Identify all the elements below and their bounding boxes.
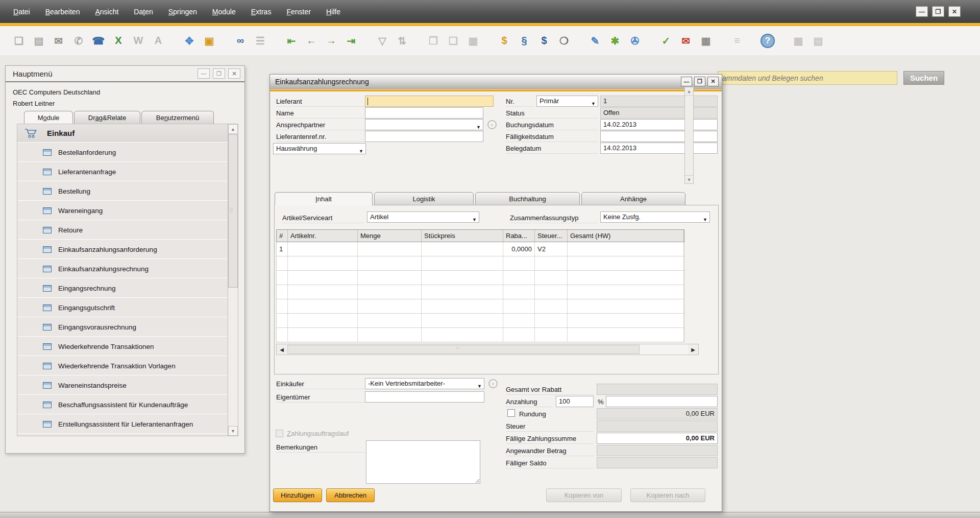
eigentuemer-field[interactable] [365, 391, 484, 403]
sort-icon[interactable]: ⇅ [395, 33, 410, 49]
cell[interactable] [358, 242, 422, 256]
scroll-down-icon[interactable]: ▼ [228, 426, 238, 436]
sidebar-item-einkaufsanzahlungsrechnung[interactable]: Einkaufsanzahlungsrechnung [17, 260, 228, 278]
column-header-menge[interactable]: Menge [358, 230, 422, 242]
calendar-icon[interactable]: ▦ [698, 33, 714, 49]
close-icon[interactable]: ✕ [707, 77, 719, 86]
cell[interactable] [277, 256, 288, 270]
zusammenfassungstyp-dropdown[interactable]: Keine Zusfg.▼ [600, 211, 710, 223]
email-icon[interactable]: ✉ [51, 33, 66, 49]
scroll-up-icon[interactable]: ▲ [685, 87, 693, 96]
column-header-gesamt-hw[interactable]: Gesamt (HW) [568, 230, 684, 242]
cell[interactable] [568, 314, 684, 327]
chevron-down-icon[interactable]: ▼ [472, 215, 477, 225]
export-excel-icon[interactable]: X [111, 33, 126, 49]
print-icon[interactable]: ▤ [31, 33, 46, 49]
cell[interactable] [422, 242, 503, 256]
paste-icon[interactable]: ▦ [465, 33, 481, 49]
export-word-icon[interactable]: W [131, 33, 146, 49]
cell[interactable] [568, 256, 684, 270]
artikel-serviceart-dropdown[interactable]: Artikel▼ [367, 211, 479, 223]
scroll-down-icon[interactable]: ▼ [685, 175, 693, 183]
tab-benutzermen[interactable]: Benutzermenü [141, 111, 214, 124]
cell[interactable] [288, 328, 358, 342]
cell[interactable] [277, 299, 288, 313]
cell[interactable] [288, 314, 358, 327]
cell[interactable] [422, 314, 503, 327]
cell[interactable] [422, 299, 503, 313]
anzahlung-percent-field[interactable]: 100 [556, 396, 594, 407]
document-journal-icon[interactable]: $ [536, 33, 552, 49]
tab-anh-nge[interactable]: Anhänge [581, 192, 685, 205]
einkaeufer-dropdown[interactable]: -Kein Vertriebsmitarbeiter-▼ [365, 378, 484, 389]
module-list-scrollbar[interactable]: ▲ ∷∷ ▼ [228, 124, 238, 436]
previous-record-icon[interactable]: ← [304, 33, 319, 49]
cell[interactable] [358, 299, 422, 313]
sidebar-item-retoure[interactable]: Retoure [17, 221, 228, 240]
cell[interactable] [358, 314, 422, 327]
tab-module[interactable]: Module [24, 111, 73, 124]
next-record-icon[interactable]: → [324, 33, 339, 49]
tab-inhalt[interactable]: Inhalt [275, 192, 373, 205]
kopieren-nach-button[interactable]: Kopieren nach [630, 488, 705, 502]
menu-extras[interactable]: Extras [251, 8, 272, 16]
column-header-st-ckpreis[interactable]: Stückpreis [422, 230, 503, 242]
scrollbar-thumb[interactable]: ∷ [287, 345, 640, 354]
copy-from-icon[interactable]: ❐ [426, 33, 441, 49]
sidebar-item-wareneingang[interactable]: Wareneingang [17, 202, 228, 220]
cell[interactable] [288, 299, 358, 313]
cell[interactable] [422, 256, 503, 270]
bemerkungen-textarea[interactable] [366, 440, 480, 484]
column-header-artikelnr[interactable]: Artikelnr. [288, 230, 358, 242]
table-row[interactable] [276, 256, 684, 271]
search-input[interactable] [718, 71, 897, 85]
tab-drag-relate[interactable]: Drag&Relate [74, 111, 140, 124]
choose-from-list-icon[interactable]: ≡ [487, 120, 497, 129]
cell[interactable] [422, 271, 503, 285]
cell[interactable] [503, 299, 535, 313]
settings-grid-icon[interactable]: ▦ [791, 33, 806, 49]
menu-springen[interactable]: Springen [168, 8, 197, 16]
chevron-down-icon[interactable]: ▼ [477, 381, 482, 391]
query-icon[interactable]: ❍ [556, 33, 572, 49]
cell[interactable] [422, 328, 503, 342]
cell[interactable] [358, 285, 422, 299]
close-icon[interactable]: ✕ [948, 6, 961, 17]
cell[interactable] [288, 285, 358, 299]
cell[interactable]: V2 [535, 242, 568, 256]
rundung-checkbox[interactable] [507, 409, 515, 417]
choose-from-list-icon[interactable]: ≡ [488, 379, 498, 388]
menu-module[interactable]: Module [212, 8, 236, 16]
cell[interactable] [568, 271, 684, 285]
chevron-down-icon[interactable]: ▼ [591, 99, 596, 109]
tab-logistik[interactable]: Logistik [374, 192, 474, 205]
abbrechen-button[interactable]: Abbrechen [326, 488, 375, 502]
expand-icon[interactable]: ✥ [182, 33, 197, 49]
form-settings-icon[interactable]: ✱ [607, 33, 623, 49]
scroll-up-icon[interactable]: ▲ [228, 124, 238, 134]
table-horizontal-scrollbar[interactable]: ◀ ∷ ▶ [276, 344, 699, 355]
grid-export-icon[interactable]: ▤ [811, 33, 826, 49]
faelligkeitsdatum-field[interactable] [600, 131, 718, 142]
restore-icon[interactable]: ❐ [932, 6, 944, 17]
cell[interactable] [422, 285, 503, 299]
cell[interactable] [358, 271, 422, 285]
cell[interactable] [503, 314, 535, 327]
copy-to-icon[interactable]: ❑ [446, 33, 461, 49]
sidebar-item-eingangsvorausrechnung[interactable]: Eingangsvorausrechnung [17, 318, 228, 337]
first-record-icon[interactable]: ⇤ [284, 33, 299, 49]
faellige-zahlungssumme-field[interactable]: 0,00 EUR [597, 433, 718, 444]
cell[interactable]: 0,0000 [503, 242, 535, 256]
database-tools-icon[interactable]: ✇ [627, 33, 643, 49]
journal-voucher-icon[interactable]: ☰ [253, 33, 268, 49]
main-menu-titlebar[interactable]: Hauptmenü — ❐ ✕ [6, 66, 244, 82]
cell[interactable] [288, 242, 358, 256]
menu-hilfe[interactable]: Hilfe [326, 8, 340, 16]
cell[interactable] [568, 285, 684, 299]
module-section-einkauf[interactable]: Einkauf [17, 124, 228, 143]
ansprechpartner-dropdown[interactable]: ▼ [365, 119, 483, 130]
scroll-left-icon[interactable]: ◀ [277, 344, 287, 355]
cell[interactable]: 1 [277, 242, 288, 256]
hinzufuegen-button[interactable]: Hinzufügen [273, 488, 322, 502]
cell[interactable] [568, 299, 684, 313]
